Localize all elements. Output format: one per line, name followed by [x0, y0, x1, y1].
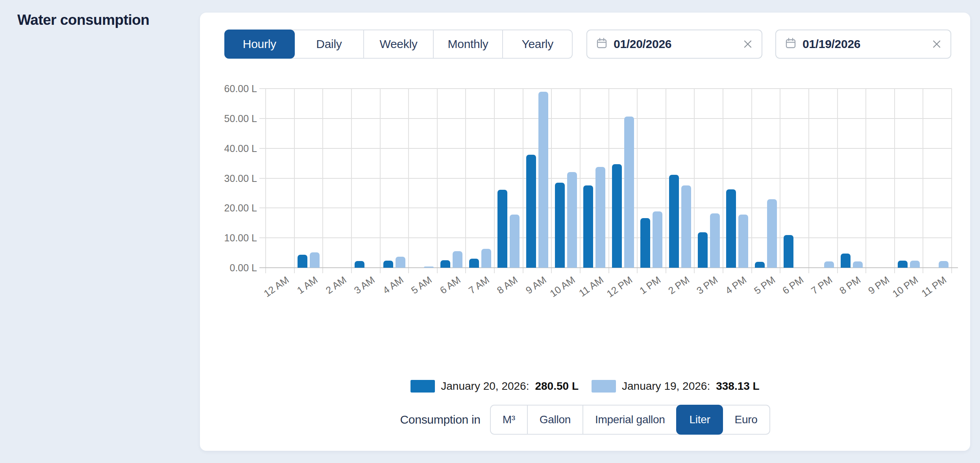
- y-axis-label-40: 40.00 L: [183, 143, 257, 154]
- clear-icon[interactable]: [743, 39, 753, 49]
- x-axis-label-2-pm: 2 PM: [666, 274, 691, 296]
- bar-january-20-2026-4-pm[interactable]: [726, 189, 736, 268]
- date-value-compare: 01/19/2026: [802, 37, 860, 51]
- bar-january-20-2026-5-pm[interactable]: [755, 262, 765, 268]
- gridline-x-8: [494, 89, 495, 273]
- bar-january-19-2026-12-pm[interactable]: [624, 117, 634, 268]
- page-title: Water consumption: [17, 12, 149, 28]
- tab-weekly[interactable]: Weekly: [363, 30, 433, 58]
- legend-swatch-icon: [592, 380, 616, 393]
- bar-january-19-2026-6-am[interactable]: [453, 251, 462, 268]
- gridline-x-7: [465, 89, 466, 273]
- gridline-x-13: [637, 89, 638, 273]
- bar-january-20-2026-10-am[interactable]: [555, 183, 565, 268]
- bar-january-19-2026-1-am[interactable]: [310, 252, 320, 268]
- gridline-x-24: [951, 89, 952, 273]
- bar-january-19-2026-3-pm[interactable]: [710, 213, 720, 268]
- gridline-x-20: [837, 89, 838, 273]
- bar-january-20-2026-9-am[interactable]: [526, 155, 536, 268]
- unit-button-m[interactable]: M³: [491, 406, 527, 434]
- bar-january-20-2026-11-am[interactable]: [583, 185, 593, 268]
- x-axis-label-6-pm: 6 PM: [780, 274, 806, 296]
- unit-button-group: M³GallonImperial gallonLiterEuro: [490, 405, 770, 435]
- legend-item-january-20-2026[interactable]: January 20, 2026:280.50 L: [410, 380, 579, 393]
- bar-january-20-2026-7-am[interactable]: [469, 259, 479, 268]
- bar-january-19-2026-4-pm[interactable]: [738, 215, 748, 268]
- bar-january-19-2026-8-pm[interactable]: [853, 261, 863, 268]
- gridline-x-17: [751, 89, 752, 273]
- bar-january-20-2026-1-pm[interactable]: [640, 218, 650, 268]
- bar-january-20-2026-3-am[interactable]: [355, 261, 364, 268]
- bar-january-19-2026-10-am[interactable]: [567, 172, 577, 268]
- bar-january-19-2026-9-am[interactable]: [538, 92, 548, 268]
- gridline-x-2: [322, 89, 323, 273]
- bar-january-19-2026-11-am[interactable]: [595, 167, 605, 268]
- gridline-x-9: [523, 89, 523, 273]
- bar-january-20-2026-12-pm[interactable]: [612, 164, 622, 268]
- gridline-x-23: [923, 89, 923, 273]
- bar-january-19-2026-5-pm[interactable]: [767, 199, 777, 268]
- bar-january-20-2026-3-pm[interactable]: [698, 232, 708, 268]
- date-picker-primary[interactable]: 01/20/2026: [586, 30, 762, 59]
- y-axis-label-30: 30.00 L: [183, 172, 257, 184]
- x-axis-label-9-pm: 9 PM: [866, 274, 891, 296]
- x-axis-label-7-pm: 7 PM: [809, 274, 834, 296]
- gridline-x-12: [608, 89, 609, 273]
- y-axis-label-10: 10.00 L: [183, 232, 257, 244]
- bar-january-19-2026-2-pm[interactable]: [681, 185, 691, 268]
- gridline-x-11: [580, 89, 581, 273]
- bar-january-20-2026-6-pm[interactable]: [784, 235, 793, 268]
- gridline-x-1: [294, 89, 295, 273]
- date-picker-compare[interactable]: 01/19/2026: [775, 30, 951, 59]
- bar-january-20-2026-2-pm[interactable]: [669, 175, 679, 268]
- x-axis-label-4-pm: 4 PM: [723, 274, 749, 296]
- bar-january-19-2026-7-am[interactable]: [481, 249, 491, 268]
- x-axis-label-11-pm: 11 PM: [919, 274, 949, 299]
- x-axis-label-6-am: 6 AM: [438, 274, 462, 296]
- tab-hourly[interactable]: Hourly: [225, 30, 294, 58]
- bar-january-19-2026-4-am[interactable]: [396, 257, 405, 268]
- tab-yearly[interactable]: Yearly: [502, 30, 572, 58]
- x-axis-label-10-am: 10 AM: [548, 274, 577, 299]
- bar-january-20-2026-8-pm[interactable]: [841, 254, 851, 268]
- unit-button-gallon[interactable]: Gallon: [527, 406, 582, 434]
- clear-icon[interactable]: [932, 39, 942, 49]
- y-axis-label-20: 20.00 L: [183, 202, 257, 214]
- bar-january-19-2026-1-pm[interactable]: [653, 211, 662, 268]
- bar-january-19-2026-7-pm[interactable]: [824, 261, 834, 268]
- unit-button-liter[interactable]: Liter: [677, 406, 722, 434]
- gridline-y-20: [259, 207, 952, 208]
- bar-january-19-2026-5-am[interactable]: [424, 267, 434, 268]
- gridline-x-19: [808, 89, 809, 273]
- gridline-x-3: [351, 89, 352, 273]
- gridline-y-40: [259, 148, 952, 149]
- bar-january-20-2026-8-am[interactable]: [497, 190, 507, 268]
- bar-january-19-2026-10-pm[interactable]: [910, 261, 920, 268]
- x-axis-label-4-am: 4 AM: [381, 274, 405, 296]
- legend-item-january-19-2026[interactable]: January 19, 2026:338.13 L: [592, 380, 760, 393]
- tab-monthly[interactable]: Monthly: [433, 30, 503, 58]
- x-axis-label-7-am: 7 AM: [466, 274, 491, 296]
- unit-button-euro[interactable]: Euro: [722, 406, 769, 434]
- bar-january-19-2026-8-am[interactable]: [510, 215, 520, 268]
- bar-january-20-2026-1-am[interactable]: [298, 255, 307, 268]
- y-axis-label-0: 0.00 L: [183, 262, 257, 274]
- bar-january-19-2026-11-pm[interactable]: [939, 261, 949, 268]
- y-axis-label-50: 50.00 L: [183, 113, 257, 124]
- bar-january-20-2026-6-am[interactable]: [440, 260, 450, 268]
- y-axis-label-60: 60.00 L: [183, 83, 257, 94]
- bar-january-20-2026-4-am[interactable]: [383, 261, 393, 268]
- legend-swatch-icon: [410, 380, 435, 393]
- calendar-icon: [596, 37, 608, 51]
- gridline-x-10: [551, 89, 552, 273]
- unit-row-label: Consumption in: [400, 413, 481, 426]
- x-axis-label-2-am: 2 AM: [324, 274, 348, 296]
- interval-tab-group: HourlyDailyWeeklyMonthlyYearly: [224, 30, 573, 59]
- gridline-x-21: [865, 89, 866, 273]
- bar-january-20-2026-10-pm[interactable]: [898, 261, 908, 268]
- unit-button-imperial-gallon[interactable]: Imperial gallon: [582, 406, 677, 434]
- legend-value: 280.50 L: [535, 380, 579, 393]
- tab-daily[interactable]: Daily: [294, 30, 364, 58]
- legend-label: January 20, 2026:: [441, 380, 529, 393]
- x-axis-label-12-am: 12 AM: [262, 274, 291, 299]
